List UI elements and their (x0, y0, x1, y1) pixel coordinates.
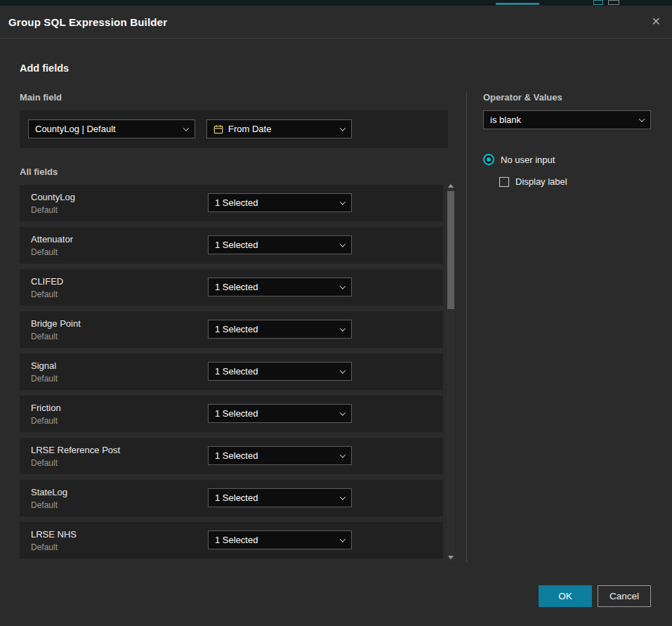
chevron-down-icon (340, 494, 345, 500)
all-fields-list: CountyLog Default 1 Selected Attenuator … (20, 185, 443, 559)
ok-button[interactable]: OK (539, 585, 592, 607)
field-row: Attenuator Default 1 Selected (20, 227, 443, 263)
scroll-up-icon[interactable] (448, 184, 454, 188)
all-fields-label: All fields (20, 167, 58, 177)
field-subtitle: Default (31, 205, 75, 215)
field-subtitle: Default (31, 416, 61, 426)
background-app-fragment (496, 0, 539, 5)
chevron-down-icon (340, 452, 345, 457)
no-user-input-option[interactable]: No user input (483, 154, 555, 165)
background-app-fragment (593, 0, 603, 5)
field-texts: Bridge Point Default (31, 318, 81, 341)
field-selection-dropdown[interactable]: 1 Selected (208, 530, 352, 549)
cancel-button[interactable]: Cancel (598, 585, 651, 607)
panel-divider (466, 91, 467, 562)
field-name: Friction (31, 403, 61, 413)
field-subtitle: Default (31, 289, 63, 299)
main-field-layer-dropdown[interactable]: CountyLog | Default (28, 119, 195, 138)
dropdown-value: 1 Selected (215, 408, 258, 419)
field-row: Friction Default 1 Selected (20, 396, 443, 432)
background-app-strip (0, 0, 672, 6)
field-selection-dropdown[interactable]: 1 Selected (208, 235, 352, 254)
field-texts: Friction Default (31, 403, 61, 426)
all-fields-scrollbar[interactable] (447, 181, 455, 562)
calendar-date-icon (213, 124, 223, 134)
field-subtitle: Default (31, 374, 58, 384)
dropdown-value: 1 Selected (215, 324, 258, 334)
field-name: LRSE Reference Post (31, 445, 120, 455)
field-name: Signal (31, 360, 58, 371)
dropdown-value: 1 Selected (215, 450, 258, 461)
operator-values-label: Operator & Values (483, 92, 562, 103)
dropdown-value: 1 Selected (215, 240, 258, 250)
add-fields-heading: Add fields (20, 63, 69, 74)
chevron-down-icon (183, 125, 189, 131)
scroll-down-icon[interactable] (448, 556, 454, 559)
field-selection-dropdown[interactable]: 1 Selected (208, 446, 352, 465)
chevron-down-icon (340, 283, 345, 289)
dropdown-value: 1 Selected (215, 493, 258, 503)
field-row: CountyLog Default 1 Selected (20, 185, 443, 221)
field-name: CountyLog (31, 192, 75, 202)
field-texts: LRSE NHS Default (31, 529, 77, 552)
dropdown-value: 1 Selected (215, 366, 258, 377)
main-field-label: Main field (20, 92, 62, 103)
field-name: CLIFED (31, 276, 63, 287)
display-label-option[interactable]: Display label (499, 176, 567, 187)
field-subtitle: Default (31, 458, 120, 468)
field-subtitle: Default (31, 332, 81, 341)
field-texts: CountyLog Default (31, 192, 75, 215)
dialog-header: Group SQL Expression Builder ✕ (0, 6, 672, 39)
chevron-down-icon (340, 125, 345, 131)
dropdown-value: is blank (490, 115, 521, 125)
field-row: StateLog Default 1 Selected (20, 480, 443, 516)
field-texts: Attenuator Default (31, 234, 73, 257)
chevron-down-icon (340, 199, 345, 204)
dropdown-value: 1 Selected (215, 282, 258, 292)
field-selection-dropdown[interactable]: 1 Selected (208, 362, 352, 381)
chevron-down-icon (340, 325, 345, 331)
field-selection-dropdown[interactable]: 1 Selected (208, 404, 352, 423)
field-name: LRSE NHS (31, 529, 77, 540)
field-name: StateLog (31, 487, 67, 497)
field-texts: StateLog Default (31, 487, 67, 510)
dropdown-value: From Date (228, 124, 271, 134)
field-row: CLIFED Default 1 Selected (20, 269, 443, 306)
checkbox-unchecked-icon[interactable] (499, 177, 509, 187)
scrollbar-thumb[interactable] (447, 191, 454, 309)
field-row: LRSE Reference Post Default 1 Selected (20, 438, 443, 474)
field-row: LRSE NHS Default 1 Selected (20, 522, 443, 559)
dropdown-value: 1 Selected (215, 197, 258, 208)
field-subtitle: Default (31, 247, 73, 257)
operator-dropdown[interactable]: is blank (483, 110, 651, 129)
field-row: Bridge Point Default 1 Selected (20, 311, 443, 348)
main-field-field-dropdown[interactable]: From Date (206, 119, 352, 138)
field-selection-dropdown[interactable]: 1 Selected (208, 278, 352, 296)
no-user-input-label: No user input (501, 155, 555, 165)
chevron-down-icon (340, 367, 345, 373)
main-field-panel: CountyLog | Default From Date (20, 110, 448, 148)
display-label-text: Display label (515, 176, 567, 187)
field-texts: LRSE Reference Post Default (31, 445, 120, 468)
field-subtitle: Default (31, 500, 67, 510)
field-selection-dropdown[interactable]: 1 Selected (208, 193, 352, 212)
radio-selected-icon[interactable] (483, 154, 494, 165)
field-texts: CLIFED Default (31, 276, 63, 299)
dialog-title: Group SQL Expression Builder (8, 16, 167, 28)
field-row: Signal Default 1 Selected (20, 353, 443, 390)
field-name: Attenuator (31, 234, 73, 244)
background-app-fragment (608, 0, 619, 5)
field-texts: Signal Default (31, 360, 58, 384)
group-sql-expression-builder-dialog: Group SQL Expression Builder ✕ Add field… (0, 6, 672, 626)
chevron-down-icon (639, 116, 645, 122)
chevron-down-icon (340, 536, 345, 542)
close-icon[interactable]: ✕ (652, 16, 661, 27)
dropdown-value: CountyLog | Default (35, 124, 116, 134)
field-selection-dropdown[interactable]: 1 Selected (208, 488, 352, 507)
field-subtitle: Default (31, 542, 77, 552)
chevron-down-icon (340, 410, 345, 415)
chevron-down-icon (340, 241, 345, 247)
field-name: Bridge Point (31, 318, 81, 329)
screen: Group SQL Expression Builder ✕ Add field… (0, 0, 672, 626)
field-selection-dropdown[interactable]: 1 Selected (208, 320, 352, 339)
